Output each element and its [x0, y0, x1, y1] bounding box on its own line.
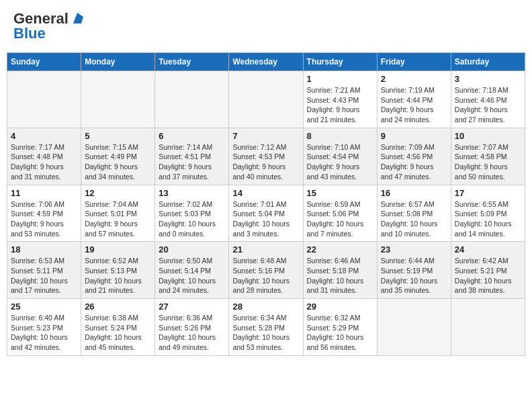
day-info: Sunrise: 7:06 AMSunset: 4:59 PMDaylight:…: [11, 199, 77, 239]
calendar-cell: 23Sunrise: 6:44 AMSunset: 5:19 PMDayligh…: [377, 242, 451, 299]
day-info: Sunrise: 7:07 AMSunset: 4:58 PMDaylight:…: [455, 142, 521, 182]
day-header-saturday: Saturday: [451, 53, 525, 71]
calendar-cell: 21Sunrise: 6:48 AMSunset: 5:16 PMDayligh…: [229, 242, 303, 299]
day-info: Sunrise: 6:34 AMSunset: 5:28 PMDaylight:…: [232, 313, 299, 353]
day-info: Sunrise: 6:48 AMSunset: 5:16 PMDaylight:…: [232, 256, 299, 295]
calendar-cell: 25Sunrise: 6:40 AMSunset: 5:23 PMDayligh…: [7, 299, 81, 356]
day-number: 27: [159, 302, 225, 312]
calendar-cell: 4Sunrise: 7:17 AMSunset: 4:48 PMDaylight…: [7, 128, 81, 185]
day-info: Sunrise: 6:36 AMSunset: 5:26 PMDaylight:…: [159, 313, 225, 353]
svg-marker-0: [73, 13, 83, 24]
day-header-sunday: Sunday: [7, 53, 81, 71]
calendar-cell: [7, 71, 81, 128]
day-info: Sunrise: 7:04 AMSunset: 5:01 PMDaylight:…: [85, 199, 151, 239]
day-number: 6: [159, 131, 225, 141]
day-number: 5: [85, 131, 151, 141]
day-number: 13: [159, 188, 225, 198]
day-info: Sunrise: 7:09 AMSunset: 4:56 PMDaylight:…: [381, 142, 447, 182]
calendar-cell: 2Sunrise: 7:19 AMSunset: 4:44 PMDaylight…: [377, 71, 451, 128]
calendar-cell: 19Sunrise: 6:52 AMSunset: 5:13 PMDayligh…: [81, 242, 155, 299]
calendar-cell: 29Sunrise: 6:32 AMSunset: 5:29 PMDayligh…: [303, 299, 377, 356]
calendar-cell: 17Sunrise: 6:55 AMSunset: 5:09 PMDayligh…: [451, 185, 525, 242]
day-header-wednesday: Wednesday: [229, 53, 303, 71]
day-info: Sunrise: 6:53 AMSunset: 5:11 PMDaylight:…: [11, 256, 77, 295]
day-number: 20: [159, 244, 225, 255]
day-number: 23: [381, 244, 447, 255]
day-info: Sunrise: 7:15 AMSunset: 4:49 PMDaylight:…: [85, 142, 151, 182]
day-number: 9: [381, 131, 447, 141]
calendar-week-2: 4Sunrise: 7:17 AMSunset: 4:48 PMDaylight…: [7, 128, 525, 185]
calendar-cell: 1Sunrise: 7:21 AMSunset: 4:43 PMDaylight…: [303, 71, 377, 128]
calendar-cell: 20Sunrise: 6:50 AMSunset: 5:14 PMDayligh…: [155, 242, 229, 299]
day-number: 21: [232, 244, 299, 255]
day-header-friday: Friday: [377, 53, 451, 71]
calendar-cell: 3Sunrise: 7:18 AMSunset: 4:46 PMDaylight…: [451, 71, 525, 128]
day-info: Sunrise: 7:21 AMSunset: 4:43 PMDaylight:…: [307, 85, 373, 125]
day-info: Sunrise: 6:52 AMSunset: 5:13 PMDaylight:…: [85, 256, 151, 295]
calendar-cell: 9Sunrise: 7:09 AMSunset: 4:56 PMDaylight…: [377, 128, 451, 185]
day-number: 24: [455, 244, 521, 255]
day-number: 28: [232, 302, 299, 312]
page-header: General Blue: [7, 7, 525, 46]
day-number: 25: [11, 302, 77, 312]
day-info: Sunrise: 6:44 AMSunset: 5:19 PMDaylight:…: [381, 256, 447, 295]
day-number: 4: [11, 131, 77, 141]
calendar-cell: 26Sunrise: 6:38 AMSunset: 5:24 PMDayligh…: [81, 299, 155, 356]
calendar-cell: 27Sunrise: 6:36 AMSunset: 5:26 PMDayligh…: [155, 299, 229, 356]
calendar-cell: 8Sunrise: 7:10 AMSunset: 4:54 PMDaylight…: [303, 128, 377, 185]
day-number: 22: [307, 244, 373, 255]
day-number: 3: [455, 74, 521, 84]
calendar-week-1: 1Sunrise: 7:21 AMSunset: 4:43 PMDaylight…: [7, 71, 525, 128]
calendar-cell: 12Sunrise: 7:04 AMSunset: 5:01 PMDayligh…: [81, 185, 155, 242]
day-number: 12: [85, 188, 151, 198]
day-info: Sunrise: 6:50 AMSunset: 5:14 PMDaylight:…: [159, 256, 225, 295]
day-number: 29: [307, 302, 373, 312]
day-number: 11: [11, 188, 77, 198]
day-number: 17: [455, 188, 521, 198]
logo-blue: Blue: [13, 25, 46, 42]
calendar-cell: [81, 71, 155, 128]
day-number: 2: [381, 74, 447, 84]
calendar-cell: 28Sunrise: 6:34 AMSunset: 5:28 PMDayligh…: [229, 299, 303, 356]
day-number: 1: [307, 74, 373, 84]
calendar-cell: 7Sunrise: 7:12 AMSunset: 4:53 PMDaylight…: [229, 128, 303, 185]
calendar-cell: 13Sunrise: 7:02 AMSunset: 5:03 PMDayligh…: [155, 185, 229, 242]
day-info: Sunrise: 6:55 AMSunset: 5:09 PMDaylight:…: [455, 199, 521, 239]
day-info: Sunrise: 7:14 AMSunset: 4:51 PMDaylight:…: [159, 142, 225, 182]
calendar-cell: 5Sunrise: 7:15 AMSunset: 4:49 PMDaylight…: [81, 128, 155, 185]
calendar-cell: 22Sunrise: 6:46 AMSunset: 5:18 PMDayligh…: [303, 242, 377, 299]
day-number: 18: [11, 244, 77, 255]
day-info: Sunrise: 7:02 AMSunset: 5:03 PMDaylight:…: [159, 199, 225, 239]
calendar-table: SundayMondayTuesdayWednesdayThursdayFrid…: [7, 52, 525, 356]
calendar-week-4: 18Sunrise: 6:53 AMSunset: 5:11 PMDayligh…: [7, 242, 525, 299]
day-info: Sunrise: 6:57 AMSunset: 5:08 PMDaylight:…: [381, 199, 447, 239]
calendar-cell: [377, 299, 451, 356]
calendar-cell: 6Sunrise: 7:14 AMSunset: 4:51 PMDaylight…: [155, 128, 229, 185]
day-info: Sunrise: 7:19 AMSunset: 4:44 PMDaylight:…: [381, 85, 447, 125]
day-number: 26: [85, 302, 151, 312]
day-number: 16: [381, 188, 447, 198]
calendar-cell: 16Sunrise: 6:57 AMSunset: 5:08 PMDayligh…: [377, 185, 451, 242]
day-number: 19: [85, 244, 151, 255]
day-number: 10: [455, 131, 521, 141]
calendar-cell: 10Sunrise: 7:07 AMSunset: 4:58 PMDayligh…: [451, 128, 525, 185]
day-number: 14: [232, 188, 299, 198]
day-header-monday: Monday: [81, 53, 155, 71]
calendar-header-row: SundayMondayTuesdayWednesdayThursdayFrid…: [7, 53, 525, 71]
calendar-cell: 24Sunrise: 6:42 AMSunset: 5:21 PMDayligh…: [451, 242, 525, 299]
calendar-cell: 15Sunrise: 6:59 AMSunset: 5:06 PMDayligh…: [303, 185, 377, 242]
day-info: Sunrise: 6:46 AMSunset: 5:18 PMDaylight:…: [307, 256, 373, 295]
day-info: Sunrise: 7:18 AMSunset: 4:46 PMDaylight:…: [455, 85, 521, 125]
logo: General Blue: [13, 10, 85, 42]
calendar-cell: 14Sunrise: 7:01 AMSunset: 5:04 PMDayligh…: [229, 185, 303, 242]
day-header-tuesday: Tuesday: [155, 53, 229, 71]
calendar-week-5: 25Sunrise: 6:40 AMSunset: 5:23 PMDayligh…: [7, 299, 525, 356]
calendar-cell: 18Sunrise: 6:53 AMSunset: 5:11 PMDayligh…: [7, 242, 81, 299]
day-number: 7: [232, 131, 299, 141]
day-info: Sunrise: 6:42 AMSunset: 5:21 PMDaylight:…: [455, 256, 521, 295]
day-info: Sunrise: 7:12 AMSunset: 4:53 PMDaylight:…: [232, 142, 299, 182]
calendar-cell: [155, 71, 229, 128]
day-info: Sunrise: 7:01 AMSunset: 5:04 PMDaylight:…: [232, 199, 299, 239]
day-number: 15: [307, 188, 373, 198]
calendar-cell: 11Sunrise: 7:06 AMSunset: 4:59 PMDayligh…: [7, 185, 81, 242]
